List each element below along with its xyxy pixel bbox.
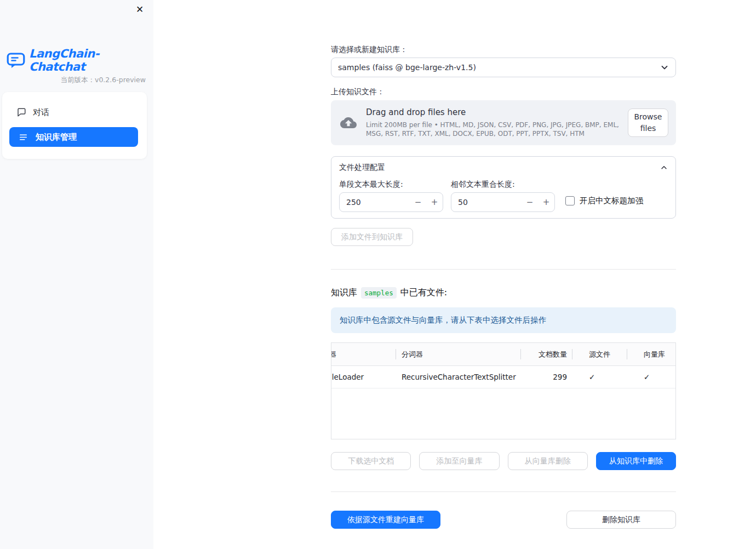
dropzone-title: Drag and drop files here: [366, 107, 620, 117]
chat-bubble-logo-icon: [7, 52, 25, 68]
kb-select[interactable]: samples (faiss @ bge-large-zh-v1.5): [331, 58, 676, 77]
table-row[interactable]: UnstructuredFileLoader RecursiveCharacte…: [331, 366, 676, 388]
plus-button[interactable]: +: [426, 197, 443, 207]
chevron-up-icon[interactable]: [660, 164, 668, 171]
file-action-buttons: 下载选中文档 添加至向量库 从向量库删除 从知识库中删除: [331, 452, 676, 470]
kb-files-table: 文档加载器 分词器 文档数量 源文件 向量库 UnstructuredFileL…: [331, 342, 676, 439]
app-window: ✕ LangChain-Chatchat 当前版本：v0.2.6-preview: [0, 0, 756, 549]
column-header-splitter[interactable]: 分词器: [396, 343, 521, 365]
cell-vector-store-check: ✓: [627, 366, 676, 388]
check-icon: ✓: [644, 373, 650, 381]
main-content: 请选择或新建知识库： samples (faiss @ bge-large-zh…: [331, 0, 676, 549]
kb-select-value: samples (faiss @ bge-large-zh-v1.5): [338, 63, 476, 72]
divider: [331, 269, 676, 270]
zh-title-enhance-checkbox[interactable]: 开启中文标题加强: [565, 196, 643, 206]
info-banner: 知识库中包含源文件与向量库，请从下表中选择文件后操作: [331, 307, 676, 333]
rebuild-vector-store-button[interactable]: 依据源文件重建向量库: [331, 511, 440, 529]
sidebar-item-label: 知识库管理: [36, 132, 77, 142]
sidebar: ✕ LangChain-Chatchat 当前版本：v0.2.6-preview: [0, 0, 153, 549]
version-text: 当前版本：v0.2.6-preview: [61, 76, 146, 85]
checkbox-label: 开启中文标题加强: [580, 196, 643, 206]
column-header-source-file[interactable]: 源文件: [572, 343, 627, 365]
max-length-value[interactable]: 250: [340, 198, 410, 207]
cell-doc-count: 299: [521, 366, 572, 388]
file-dropzone[interactable]: Drag and drop files here Limit 200MB per…: [331, 100, 676, 145]
plus-button[interactable]: +: [538, 197, 554, 207]
chevron-down-icon: [660, 63, 669, 72]
kb-select-label: 请选择或新建知识库：: [331, 45, 408, 55]
sidebar-menu: 对话 知识库管理: [2, 92, 147, 159]
overlap-length-value[interactable]: 50: [451, 198, 522, 207]
column-header-vector-store[interactable]: 向量库: [627, 343, 676, 365]
dropzone-text: Drag and drop files here Limit 200MB per…: [366, 107, 628, 138]
max-length-label: 单段文本最大长度:: [339, 180, 403, 190]
chat-icon: [16, 107, 26, 117]
checkbox-box[interactable]: [565, 196, 575, 205]
upload-label: 上传知识文件：: [331, 87, 385, 97]
cell-loader: UnstructuredFileLoader: [331, 366, 396, 388]
max-length-input[interactable]: 250 − +: [339, 192, 443, 212]
dropzone-limit-text: Limit 200MB per file • HTML, MD, JSON, C…: [366, 121, 620, 138]
delete-from-vector-store-button[interactable]: 从向量库删除: [508, 452, 588, 470]
add-to-vector-store-button[interactable]: 添加至向量库: [419, 452, 499, 470]
check-icon: ✓: [589, 373, 595, 381]
table-header-row: 文档加载器 分词器 文档数量 源文件 向量库: [331, 343, 676, 366]
download-selected-button[interactable]: 下载选中文档: [331, 452, 411, 470]
expander-title: 文件处理配置: [339, 163, 385, 173]
sidebar-item-chat[interactable]: 对话: [2, 102, 147, 123]
sidebar-item-knowledge-base[interactable]: 知识库管理: [9, 127, 138, 147]
list-icon: [19, 133, 28, 142]
browse-files-button[interactable]: Browse files: [628, 108, 668, 137]
close-icon[interactable]: ✕: [136, 4, 144, 15]
overlap-length-input[interactable]: 50 − +: [451, 192, 555, 212]
column-header-loader[interactable]: 文档加载器: [331, 343, 396, 365]
app-logo-text: LangChain-Chatchat: [29, 47, 153, 73]
cloud-upload-icon: [339, 115, 358, 131]
file-config-expander: 文件处理配置 单段文本最大长度: 相邻文本重合长度: 250 − + 50 − …: [331, 156, 676, 219]
delete-kb-button[interactable]: 删除知识库: [566, 511, 676, 529]
kb-files-heading: 知识库 samples 中已有文件:: [331, 287, 447, 299]
info-banner-text: 知识库中包含源文件与向量库，请从下表中选择文件后操作: [340, 315, 546, 325]
add-files-to-kb-button[interactable]: 添加文件到知识库: [331, 228, 413, 246]
kb-files-heading-prefix: 知识库: [331, 287, 357, 299]
app-logo: LangChain-Chatchat: [7, 47, 153, 73]
sidebar-item-label: 对话: [33, 107, 49, 118]
minus-button[interactable]: −: [410, 197, 426, 207]
delete-from-kb-button[interactable]: 从知识库中删除: [596, 452, 676, 470]
column-header-doc-count[interactable]: 文档数量: [521, 343, 572, 365]
kb-name-code: samples: [361, 287, 397, 299]
kb-files-heading-suffix: 中已有文件:: [400, 287, 447, 299]
divider: [331, 491, 676, 492]
overlap-length-label: 相邻文本重合长度:: [451, 180, 515, 190]
minus-button[interactable]: −: [522, 197, 538, 207]
cell-source-file-check: ✓: [572, 366, 627, 388]
cell-splitter: RecursiveCharacterTextSplitter: [396, 366, 521, 388]
